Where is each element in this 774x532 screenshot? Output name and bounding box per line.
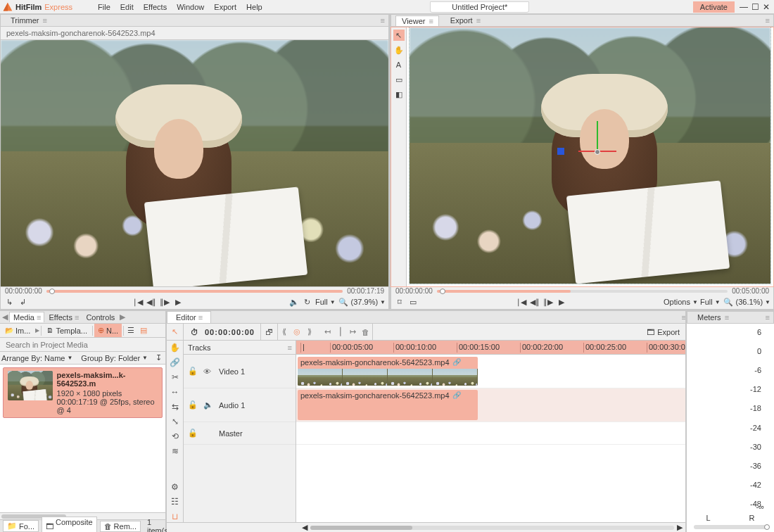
volume-icon[interactable]: 🔈 — [288, 296, 300, 308]
import-more-icon[interactable]: ▶ — [35, 327, 39, 334]
playhead-icon[interactable]: ◎ — [291, 327, 303, 336]
transform-gizmo[interactable] — [578, 121, 616, 152]
viewer-preview[interactable]: ↖ ✋ A ▭ ◧ — [391, 27, 774, 287]
eye-icon[interactable]: 👁 — [203, 367, 212, 376]
zoom-icon[interactable]: 🔍 — [338, 296, 349, 308]
scroll-left-icon[interactable]: ◀ — [1, 312, 8, 322]
timecode[interactable]: 00:00:00:00 — [205, 328, 255, 336]
step-fwd-icon[interactable]: ∥▶ — [543, 296, 554, 308]
delete-icon[interactable]: 🗑 — [360, 328, 372, 336]
menu-effects[interactable]: Effects — [139, 1, 171, 13]
rate-tool-icon[interactable]: ≋ — [170, 445, 181, 457]
link-tool-icon[interactable]: 🔗 — [170, 357, 181, 368]
ripple-tool-icon[interactable]: ⤡ — [170, 416, 181, 427]
timeline-export-button[interactable]: 🗔 Export — [641, 327, 685, 338]
scale-label[interactable]: Full — [315, 298, 328, 306]
loop-icon[interactable]: ↻ — [302, 296, 313, 308]
adjust-icon[interactable]: ☷ — [170, 496, 181, 507]
clip-video[interactable]: pexels-maksim-goncharenok-5642523.mp4 🔗 — [298, 357, 478, 386]
roll-tool-icon[interactable]: ⟲ — [170, 431, 181, 442]
minimize-icon[interactable]: — — [739, 2, 749, 12]
menu-window[interactable]: Window — [172, 1, 208, 13]
timeline-lanes[interactable]: | 00:00:05:00 00:00:10:00 00:00:15:00 00… — [296, 341, 685, 522]
set-in-icon[interactable]: ↳ — [4, 296, 15, 308]
nudge-left-icon[interactable]: ↤ — [322, 327, 334, 336]
tab-controls[interactable]: Controls — [82, 312, 118, 322]
remove-chip[interactable]: 🗑 Rem... — [100, 521, 141, 532]
snap-icon[interactable]: ⊔ — [170, 511, 181, 522]
play-icon[interactable]: ▶ — [172, 296, 184, 308]
tracks-menu-icon[interactable]: ≡ — [288, 343, 291, 352]
viewer-tab[interactable]: Viewer ≡ — [395, 15, 439, 26]
scroll-right-icon[interactable]: ▶ — [119, 312, 126, 322]
color-tool-icon[interactable]: ◧ — [393, 89, 405, 100]
menu-file[interactable]: File — [94, 1, 115, 13]
track-audio1[interactable]: 🔓 🔈 Audio 1 — [184, 388, 296, 422]
activate-button[interactable]: Activate — [693, 1, 735, 13]
speaker-icon[interactable]: 🔈 — [203, 400, 212, 410]
mask-tool-icon[interactable]: ▭ — [393, 74, 405, 85]
media-search[interactable] — [0, 338, 165, 352]
export-tab[interactable]: Export ≡ — [445, 15, 486, 25]
frame-mode-icon[interactable]: 🗗 — [263, 327, 274, 338]
menu-help[interactable]: Help — [242, 1, 267, 13]
composite-chip[interactable]: 🗔 Composite ... — [42, 517, 97, 533]
trimmer-tab[interactable]: Trimmer ≡ — [5, 15, 52, 25]
safe-zones-icon[interactable]: ⌑ — [394, 296, 405, 308]
zoom-icon[interactable]: 🔍 — [723, 296, 734, 308]
arrange-dropdown[interactable]: Name▼ — [44, 354, 72, 362]
panel-menu-icon[interactable]: ≡ — [766, 313, 769, 322]
track-master[interactable]: 🔓 Master — [184, 422, 296, 445]
lock-icon[interactable]: 🔓 — [188, 367, 196, 376]
media-item[interactable]: pexels-maksim...k-5642523.m 1920 × 1080 … — [3, 367, 163, 418]
select-tool-icon[interactable]: ↖ — [393, 30, 405, 41]
nudge-right-icon[interactable]: ↦ — [347, 327, 360, 336]
panel-menu-icon[interactable]: ≡ — [766, 16, 769, 25]
new-button[interactable]: ⊕ N... — [94, 324, 122, 337]
panel-menu-icon[interactable]: ≡ — [381, 16, 384, 25]
maximize-icon[interactable]: ☐ — [750, 2, 760, 12]
tab-effects[interactable]: Effects ≡ — [45, 312, 82, 322]
trimmer-scrub[interactable]: 00:00:00:00 00:00:17:19 — [1, 287, 388, 296]
clip-audio[interactable]: pexels-maksim-goncharenok-5642523.mp4 🔗 — [298, 390, 478, 420]
step-fwd-icon[interactable]: ∥▶ — [159, 296, 170, 308]
scale-label[interactable]: Full — [700, 298, 713, 306]
close-icon[interactable]: ✕ — [761, 2, 771, 12]
step-back-icon[interactable]: ◀∥ — [146, 296, 157, 308]
play-icon[interactable]: ▶ — [556, 296, 567, 308]
sort-toggle-icon[interactable]: ↧ — [153, 353, 164, 364]
menu-edit[interactable]: Edit — [116, 1, 138, 13]
track-video1[interactable]: 🔓 👁 Video 1 — [184, 355, 296, 388]
step-back-icon[interactable]: ◀∥ — [529, 296, 540, 308]
search-input[interactable] — [4, 340, 161, 350]
text-tool-icon[interactable]: A — [393, 59, 405, 70]
timeline-ruler[interactable]: | 00:00:05:00 00:00:10:00 00:00:15:00 00… — [296, 341, 685, 355]
viewer-scrub[interactable]: 00:00:00:00 00:05:00:00 — [391, 287, 773, 296]
settings-icon[interactable]: ⚙ — [170, 481, 181, 493]
timecode-mode-icon[interactable]: ⏱ — [189, 327, 201, 338]
group-dropdown[interactable]: Folder▼ — [118, 354, 148, 362]
hand-tool-icon[interactable]: ✋ — [393, 44, 405, 56]
slip-tool-icon[interactable]: ↔ — [170, 386, 181, 398]
jump-end-icon[interactable]: ⟫ — [303, 327, 316, 336]
set-out-icon[interactable]: ↲ — [17, 296, 28, 308]
slide-tool-icon[interactable]: ⇆ — [170, 401, 181, 412]
folder-chip[interactable]: 📁 Fo... — [3, 520, 39, 532]
templates-button[interactable]: 🗎 Templa... — [43, 324, 91, 337]
lane-master[interactable] — [296, 422, 685, 445]
prev-frame-icon[interactable]: ∣◀ — [516, 296, 527, 308]
split-icon[interactable]: ⎮ — [334, 327, 347, 336]
import-button[interactable]: 📂 Im... — [1, 324, 34, 337]
trimmer-preview[interactable] — [0, 40, 389, 287]
lock-icon[interactable]: 🔓 — [188, 429, 196, 438]
timeline-zoom[interactable]: ◀▶ — [167, 522, 685, 532]
hand-tool-icon[interactable]: ✋ — [170, 342, 181, 353]
meters-tab[interactable]: Meters ≡ — [692, 312, 734, 322]
meter-slider[interactable] — [694, 525, 767, 529]
menu-export[interactable]: Export — [210, 1, 241, 13]
select-tool-icon[interactable]: ↖ — [172, 327, 178, 336]
snapshot-icon[interactable]: ▭ — [407, 296, 419, 308]
editor-tab[interactable]: Editor ≡ — [167, 311, 211, 323]
tab-media[interactable]: Media ≡ — [9, 312, 44, 322]
lane-audio1[interactable]: pexels-maksim-goncharenok-5642523.mp4 🔗 — [296, 388, 685, 422]
